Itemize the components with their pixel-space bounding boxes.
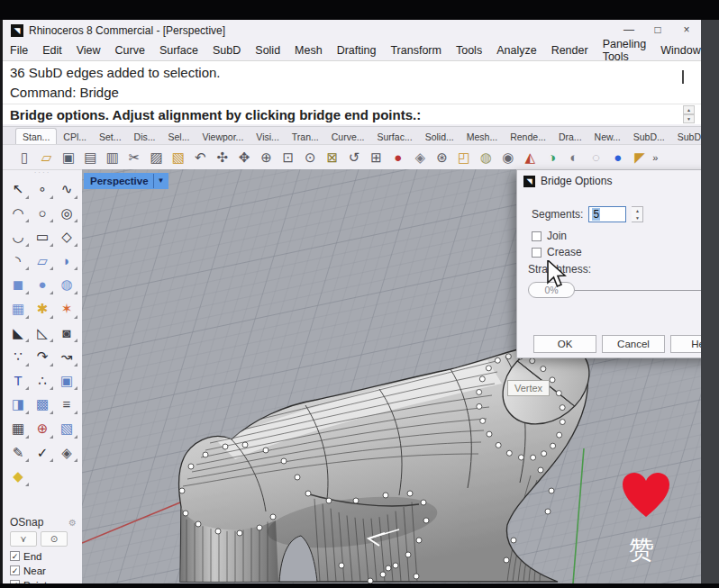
toolbar-button[interactable]: ◐ [563, 148, 585, 167]
toolbar-button[interactable]: ↺ [343, 148, 365, 167]
cancel-button[interactable]: Cancel [602, 335, 665, 353]
side-tool-button[interactable]: ∵ [6, 345, 31, 369]
side-tool-button[interactable]: ✶ [55, 297, 79, 321]
toolbar-button[interactable]: ✂ [123, 148, 145, 167]
side-tool-button[interactable]: ✱ [31, 297, 55, 321]
side-tool-button[interactable]: ▭ [31, 225, 55, 249]
side-tool-button[interactable]: ∿ [55, 177, 79, 202]
toolbar-button[interactable]: ▯ [14, 148, 35, 167]
side-tool-button[interactable]: ◨ [6, 393, 31, 417]
menu-item[interactable]: Transform [383, 42, 449, 59]
toolbar-button[interactable]: ⊛ [431, 148, 452, 167]
menu-item[interactable]: SubD [205, 42, 248, 59]
menu-item[interactable]: Mesh [287, 42, 330, 59]
side-tool-button[interactable]: ◗ [55, 249, 79, 274]
toolbar-tab[interactable]: CPl... [57, 129, 93, 144]
command-prompt[interactable]: Bridge options. Adjust alignment by clic… [3, 104, 701, 124]
toolbar-button[interactable]: ◌ [585, 148, 606, 167]
side-tool-button[interactable]: ✎ [6, 441, 31, 466]
toolbar-button[interactable]: ◉ [497, 148, 519, 167]
toolbar-button[interactable]: ▧ [168, 148, 189, 167]
side-tool-button[interactable]: ◍ [55, 273, 79, 297]
osnap-gear-icon[interactable]: ⚙ [68, 518, 77, 528]
toolbar-button[interactable]: ◰ [453, 148, 475, 167]
segments-stepper[interactable]: ▲ ▼ [632, 206, 643, 222]
toolbar-tab[interactable]: New... [588, 129, 627, 144]
join-checkbox[interactable] [532, 231, 542, 241]
side-tool-button[interactable]: T [6, 369, 31, 394]
viewport-tab[interactable]: Perspective ▼ [84, 173, 168, 189]
toolbar-tab[interactable]: Rende... [504, 129, 552, 144]
checkbox-checked[interactable]: ✓ [10, 565, 20, 575]
toolbar-button[interactable]: ● [387, 148, 409, 167]
toolbar-button[interactable]: ▣ [58, 148, 79, 167]
osnap-tab[interactable]: ⋎ [10, 531, 37, 547]
menu-item[interactable]: Solid [248, 42, 287, 59]
menu-item[interactable]: Analyze [489, 42, 543, 59]
toolbar-tab[interactable]: Sel... [161, 129, 196, 144]
toolbar-button[interactable]: ⊕ [255, 148, 277, 167]
osnap-checkbox-row[interactable]: ✓ End [3, 548, 82, 563]
side-tool-button[interactable]: ▧ [55, 417, 79, 441]
side-tool-button[interactable]: ▱ [31, 249, 55, 274]
side-tool-button[interactable]: ◈ [55, 441, 79, 466]
side-tool-button[interactable]: ▦ [6, 297, 31, 321]
side-tool-button[interactable]: ↷ [31, 345, 55, 369]
toolbar-tab[interactable]: Stan... [15, 128, 57, 144]
checkbox-checked[interactable]: ✓ [10, 551, 20, 561]
spin-down-button[interactable]: ▼ [683, 114, 695, 123]
toolbar-tab[interactable]: SubD... [671, 129, 701, 144]
dialog-title-bar[interactable]: ◥ Bridge Options [517, 170, 719, 187]
toolbar-tab[interactable]: Mesh... [460, 129, 504, 144]
toolbar-button[interactable]: ⊡ [278, 148, 299, 167]
panel-grip[interactable]: ···· [3, 170, 82, 177]
side-tool-button[interactable]: ∘ [31, 177, 55, 202]
toolbar-tab[interactable]: SubD... [627, 129, 671, 144]
side-tool-button[interactable]: ↝ [55, 345, 79, 369]
toolbar-tab[interactable]: Visi... [250, 129, 285, 144]
toolbar-button[interactable]: ⊠ [321, 148, 342, 167]
menu-item[interactable]: View [69, 42, 108, 59]
toolbar-tab[interactable]: Tran... [286, 129, 325, 144]
toolbar-tab[interactable]: Curve... [325, 129, 371, 144]
toolbar-button[interactable]: ↶ [189, 148, 211, 167]
toolbar-tab[interactable]: Solid... [419, 129, 460, 144]
side-tool-button[interactable]: ◼ [6, 273, 31, 297]
side-tool-button[interactable]: ✓ [31, 441, 55, 466]
toolbar-button[interactable]: ▨ [145, 148, 167, 167]
toolbar-button[interactable]: ▥ [102, 148, 123, 167]
side-tool-button[interactable]: ○ [31, 202, 55, 226]
side-tool-button[interactable]: ◇ [55, 225, 79, 249]
side-tool-button[interactable]: ◝ [6, 249, 31, 274]
side-tool-button[interactable]: ◎ [55, 202, 79, 226]
menu-item[interactable]: Window [653, 42, 701, 59]
toolbar-tab[interactable]: Surfac... [371, 129, 419, 144]
toolbar-button[interactable]: ● [607, 148, 629, 167]
toolbar-tab[interactable]: Dra... [552, 129, 588, 144]
side-tool-button[interactable]: ◡ [6, 225, 31, 249]
side-tool-button[interactable]: ↖ [6, 177, 31, 202]
side-tool-button[interactable]: ∴ [31, 369, 55, 394]
toolbar-overflow-chevron[interactable]: » [652, 152, 658, 163]
side-tool-button[interactable]: ⊕ [31, 417, 55, 441]
stepper-up-icon[interactable]: ▲ [632, 207, 642, 214]
spin-up-button[interactable]: ▲ [683, 105, 695, 114]
toolbar-button[interactable]: ◑ [541, 148, 562, 167]
toolbar-button[interactable]: ◈ [409, 148, 431, 167]
command-history[interactable]: 36 SubD edges added to selection. Comman… [3, 60, 701, 104]
side-tool-button[interactable]: ▦ [6, 417, 31, 441]
side-tool-button[interactable]: ▣ [55, 369, 79, 394]
menu-item[interactable]: Surface [152, 42, 205, 59]
toolbar-button[interactable]: ◍ [475, 148, 496, 167]
toolbar-button[interactable]: ✣ [212, 148, 233, 167]
toolbar-button[interactable]: ◤ [629, 148, 651, 167]
stepper-down-icon[interactable]: ▼ [632, 214, 642, 222]
menu-item[interactable]: Drafting [330, 42, 384, 59]
side-tool-button[interactable]: ◺ [31, 321, 55, 346]
side-tool-button[interactable]: ◙ [55, 321, 79, 346]
osnap-checkbox-row[interactable]: ✓ Near [3, 563, 82, 577]
side-tool-button[interactable]: ◆ [6, 465, 31, 489]
side-tool-button[interactable]: ▩ [31, 393, 55, 417]
chevron-down-icon[interactable]: ▼ [153, 174, 165, 188]
toolbar-button[interactable]: ⊙ [299, 148, 321, 167]
